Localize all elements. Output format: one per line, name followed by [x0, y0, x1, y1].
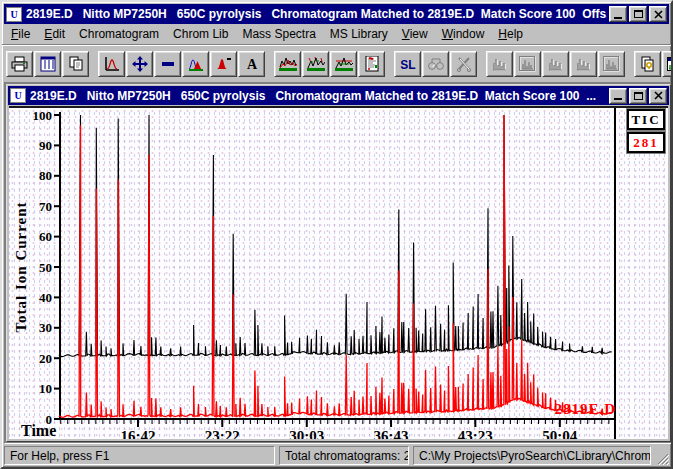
menu-ms-library[interactable]: MS Library	[323, 25, 395, 43]
menu-file[interactable]: File	[4, 25, 37, 43]
svg-text:40: 40	[39, 290, 52, 305]
close-button[interactable]	[649, 6, 667, 22]
chromatogram-report-button[interactable]	[358, 51, 385, 77]
matched-series-label: 2819E.D	[554, 401, 616, 418]
legend-tic-box[interactable]: TIC	[627, 109, 665, 130]
overlay-compare-icon	[188, 56, 204, 72]
app-icon[interactable]: U	[6, 7, 22, 22]
menu-chromatogram[interactable]: Chromatogram	[72, 25, 166, 43]
chromatogram-plot[interactable]: 010203040506070809010016:4223:2230:0336:…	[9, 108, 668, 439]
child-minimize-button[interactable]	[609, 88, 627, 104]
svg-text:10: 10	[39, 381, 52, 396]
menu-edit[interactable]: Edit	[37, 25, 72, 43]
chromatogram-report-icon	[364, 56, 380, 72]
cut-region-button	[450, 51, 477, 77]
copy-results-button[interactable]	[634, 51, 661, 77]
svg-text:70: 70	[39, 199, 52, 214]
svg-text:43:23: 43:23	[458, 428, 493, 439]
svg-text:SL: SL	[400, 58, 415, 72]
menu-chrom-lib[interactable]: Chrom Lib	[166, 25, 235, 43]
chromatogram-match-icon	[279, 56, 297, 72]
copy-button[interactable]	[62, 51, 89, 77]
chrom-window-button[interactable]	[662, 51, 673, 77]
chromatogram-marked-button[interactable]	[330, 51, 357, 77]
status-help: For Help, press F1	[4, 446, 275, 465]
menu-bar: File Edit Chromatogram Chrom Lib Mass Sp…	[2, 24, 671, 44]
chromatogram-marked-icon	[335, 56, 353, 72]
overlay-compare-button[interactable]	[182, 51, 209, 77]
y-axis-label: Total Ion Current	[13, 182, 31, 352]
print-icon	[11, 56, 28, 72]
close-icon	[654, 10, 663, 19]
spectrum-view-5-button	[598, 51, 625, 77]
menu-window[interactable]: Window	[435, 25, 492, 43]
svg-text:A: A	[246, 57, 257, 72]
chrom-window-icon	[667, 56, 673, 72]
spectrum-view-1-button	[486, 51, 513, 77]
pan-zoom-button[interactable]	[126, 51, 153, 77]
spectrum-view-3-button	[542, 51, 569, 77]
chromatogram-annotated-icon	[307, 56, 325, 72]
peak-view-icon	[104, 56, 120, 72]
child-maximize-button[interactable]	[629, 88, 647, 104]
cut-region-icon	[455, 56, 473, 72]
close-icon	[654, 91, 663, 100]
status-library-path: C:\My Projects\PyroSearch\CLibrary\Chrom…	[413, 446, 651, 465]
print-button[interactable]	[6, 51, 33, 77]
maximize-icon	[634, 92, 643, 100]
report-view-icon	[40, 56, 56, 72]
spectrum-view-5-icon	[603, 56, 620, 72]
svg-text:50: 50	[39, 260, 52, 275]
resize-grip-icon[interactable]	[655, 451, 669, 465]
chromatogram-window-title: 2819E.D Nitto MP7250H 650C pyrolysis Chr…	[30, 89, 607, 103]
child-title-bar: U 2819E.D Nitto MP7250H 650C pyrolysis C…	[8, 86, 669, 105]
menu-help[interactable]: Help	[491, 25, 530, 43]
minimize-button[interactable]	[609, 6, 627, 22]
maximize-button[interactable]	[629, 6, 647, 22]
spectrum-view-4-button	[570, 51, 597, 77]
spectrum-view-4-icon	[575, 56, 592, 72]
title-bar: U 2819E.D Nitto MP7250H 650C pyrolysis C…	[4, 4, 669, 24]
legend-matched-box[interactable]: 281	[627, 132, 665, 153]
chromatogram-annotated-button[interactable]	[302, 51, 329, 77]
svg-text:16:42: 16:42	[121, 428, 156, 439]
annotate-text-button[interactable]: A	[238, 51, 265, 77]
spectrum-view-1-icon	[491, 56, 508, 72]
spectrum-view-2-icon	[519, 56, 536, 72]
peak-view-button[interactable]	[98, 51, 125, 77]
chromatogram-match-button[interactable]	[274, 51, 301, 77]
pan-zoom-icon	[132, 56, 148, 72]
svg-text:100: 100	[33, 108, 53, 123]
menu-mass-spectra[interactable]: Mass Spectra	[235, 25, 322, 43]
find-button	[422, 51, 449, 77]
menu-view[interactable]: View	[395, 25, 435, 43]
status-bar: For Help, press F1 Total chromatograms: …	[4, 440, 669, 465]
annotate-text-icon: A	[244, 56, 260, 72]
chromatogram-window: U 2819E.D Nitto MP7250H 650C pyrolysis C…	[6, 84, 671, 442]
svg-text:60: 60	[39, 229, 52, 244]
baseline-button[interactable]	[154, 51, 181, 77]
svg-text:36:43: 36:43	[374, 428, 409, 439]
window-title: 2819E.D Nitto MP7250H 650C pyrolysis Chr…	[26, 7, 607, 21]
svg-text:90: 90	[39, 138, 52, 153]
trace-2819e-d	[59, 115, 612, 417]
svg-text:50:04: 50:04	[542, 428, 577, 439]
chromatogram-window-icon: U	[10, 88, 26, 103]
report-view-button[interactable]	[34, 51, 61, 77]
baseline-icon	[160, 56, 176, 72]
minimize-icon	[614, 98, 622, 100]
status-total-chromatograms: Total chromatograms: 23	[279, 446, 409, 465]
svg-text:30: 30	[39, 320, 52, 335]
chromatogram-client: 010203040506070809010016:4223:2230:0336:…	[9, 106, 668, 439]
copy-results-icon	[640, 56, 656, 72]
svg-text:20: 20	[39, 351, 52, 366]
minimize-icon	[614, 17, 622, 19]
child-close-button[interactable]	[649, 88, 667, 104]
svg-text:30:03: 30:03	[289, 428, 324, 439]
peak-subtract-button[interactable]	[210, 51, 237, 77]
app-window: U 2819E.D Nitto MP7250H 650C pyrolysis C…	[0, 0, 673, 469]
svg-text:23:22: 23:22	[205, 428, 240, 439]
search-library-button[interactable]: SL	[394, 51, 421, 77]
mdi-area: U 2819E.D Nitto MP7250H 650C pyrolysis C…	[4, 82, 673, 444]
toolbar: ASL	[2, 44, 671, 83]
